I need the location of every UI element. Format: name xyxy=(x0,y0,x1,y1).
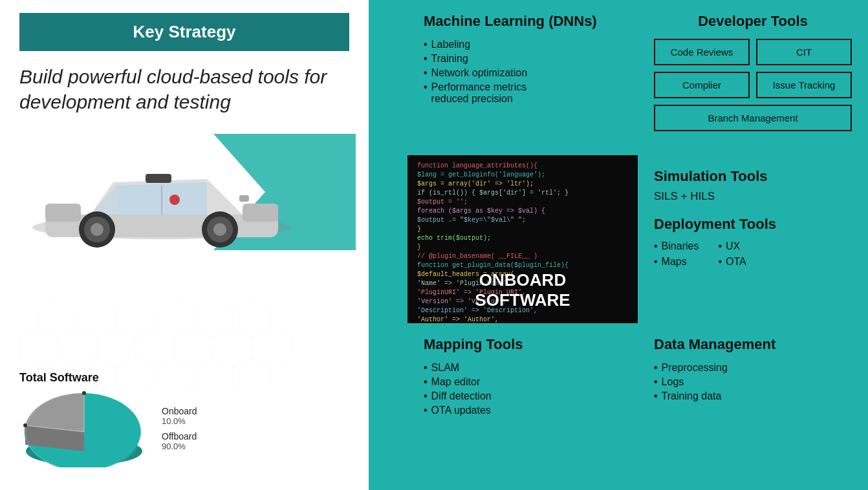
onboard-label-line1: ONBOARD xyxy=(407,270,638,290)
datamgmt-training: Training data xyxy=(654,389,852,403)
deployment-col1: Binaries Maps xyxy=(654,240,699,268)
mapping-diff: Diff detection xyxy=(424,389,622,403)
ml-section: Machine Learning (DNNs) Labeling Trainin… xyxy=(407,0,638,155)
pie-chart-section: Total Software xyxy=(19,276,349,477)
deployment-cols: Binaries Maps UX OTA xyxy=(654,240,852,268)
svg-point-7 xyxy=(213,223,226,236)
pie-chart-svg xyxy=(19,390,149,467)
teal-connector xyxy=(369,0,407,490)
mapping-section: Mapping Tools SLAM Map editor Diff detec… xyxy=(407,323,638,478)
simulation-title: Simulation Tools xyxy=(654,168,852,185)
datamgmt-section: Data Management Preprocessing Logs Train… xyxy=(638,323,868,478)
datamgmt-logs: Logs xyxy=(654,375,852,389)
svg-rect-14 xyxy=(239,195,249,202)
deployment-section: Deployment Tools Binaries Maps UX OTA xyxy=(654,216,852,268)
branch-management-button[interactable]: Branch Management xyxy=(654,105,852,131)
mapping-editor: Map editor xyxy=(424,375,622,389)
pie-chart-title: Total Software xyxy=(19,371,349,385)
simulation-subtitle: SILS + HILS xyxy=(654,190,852,203)
sim-deploy-section: Simulation Tools SILS + HILS Deployment … xyxy=(638,155,868,323)
svg-rect-3 xyxy=(243,204,278,222)
svg-rect-4 xyxy=(45,204,81,222)
cit-button[interactable]: CIT xyxy=(756,39,852,65)
ml-item-training: Training xyxy=(424,52,622,66)
deployment-binaries: Binaries xyxy=(654,240,699,252)
svg-point-10 xyxy=(91,223,103,236)
mapping-title: Mapping Tools xyxy=(424,336,622,353)
mapping-ota: OTA updates xyxy=(424,403,622,418)
svg-point-38 xyxy=(82,391,86,395)
right-panel: Machine Learning (DNNs) Labeling Trainin… xyxy=(407,0,868,490)
issue-tracking-button[interactable]: Issue Tracking xyxy=(756,72,852,98)
ml-title: Machine Learning (DNNs) xyxy=(424,13,622,30)
svg-rect-11 xyxy=(146,174,171,183)
ml-item-perf: Performance metricsreduced precision xyxy=(424,80,622,106)
deployment-title: Deployment Tools xyxy=(654,216,852,233)
pie-chart xyxy=(19,390,149,467)
mapping-list: SLAM Map editor Diff detection OTA updat… xyxy=(424,361,622,418)
svg-point-13 xyxy=(169,195,180,205)
onboard-label: Onboard xyxy=(162,406,197,416)
devtools-grid: Code Reviews CIT Complier Issue Tracking… xyxy=(654,39,852,131)
onboard-pct: 10.0% xyxy=(162,416,197,426)
onboard-label-overlay: ONBOARD SOFTWARE xyxy=(407,270,638,310)
onboard-section: function language_attributes(){ $lang = … xyxy=(407,155,638,323)
offboard-legend: Offboard 90.0% xyxy=(162,431,197,451)
main-container: Key Strategy Build powerful cloud-based … xyxy=(0,0,868,490)
car-illustration xyxy=(19,127,356,257)
key-strategy-subtitle: Build powerful cloud-based tools for dev… xyxy=(19,64,349,114)
left-panel: Key Strategy Build powerful cloud-based … xyxy=(0,0,369,490)
ml-item-labeling: Labeling xyxy=(424,37,622,52)
svg-point-39 xyxy=(23,423,27,427)
pie-legend: Onboard 10.0% Offboard 90.0% xyxy=(162,406,197,451)
ml-item-network: Network optimization xyxy=(424,66,622,80)
onboard-code-bg: function language_attributes(){ $lang = … xyxy=(407,155,638,323)
onboard-label-line2: SOFTWARE xyxy=(407,290,638,310)
ml-list: Labeling Training Network optimization P… xyxy=(424,37,622,106)
onboard-legend: Onboard 10.0% xyxy=(162,406,197,426)
key-strategy-banner: Key Strategy xyxy=(19,13,349,51)
simulation-section: Simulation Tools SILS + HILS xyxy=(654,168,852,203)
devtools-section: Developer Tools Code Reviews CIT Complie… xyxy=(638,0,868,155)
mapping-slam: SLAM xyxy=(424,361,622,375)
deployment-ux: UX xyxy=(718,240,746,252)
datamgmt-title: Data Management xyxy=(654,336,852,353)
offboard-label: Offboard xyxy=(162,431,197,442)
datamgmt-list: Preprocessing Logs Training data xyxy=(654,361,852,403)
car-image-area xyxy=(19,127,349,270)
deployment-maps: Maps xyxy=(654,256,699,268)
datamgmt-preprocessing: Preprocessing xyxy=(654,361,852,375)
code-reviews-button[interactable]: Code Reviews xyxy=(654,39,750,65)
deployment-col2: UX OTA xyxy=(718,240,746,268)
devtools-title: Developer Tools xyxy=(654,13,852,30)
offboard-pct: 90.0% xyxy=(162,442,197,451)
complier-button[interactable]: Complier xyxy=(654,72,750,98)
deployment-ota: OTA xyxy=(718,256,746,268)
